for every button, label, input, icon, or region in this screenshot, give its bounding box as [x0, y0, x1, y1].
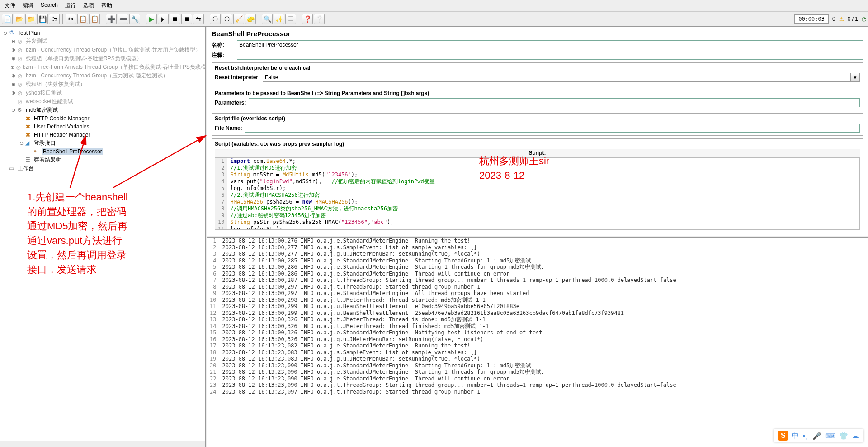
- tree-item-8[interactable]: ⊖md5加密测试: [0, 106, 205, 114]
- editor-title: BeanShell PreProcessor: [212, 30, 863, 38]
- stop-button[interactable]: ⏹: [170, 14, 180, 24]
- spinner-icon: ◔: [862, 16, 866, 22]
- menu-编辑[interactable]: 编辑: [20, 1, 36, 10]
- sogou-btn-0[interactable]: 中: [792, 431, 799, 441]
- folder-open-2-button[interactable]: 📁: [25, 14, 36, 24]
- tree-toggle[interactable]: ⊕: [10, 56, 16, 62]
- clear-button[interactable]: 🧹: [233, 14, 244, 24]
- file-label: File Name:: [215, 125, 242, 131]
- test-plan-tree-panel: ⊖Test Plan⊖并发测试⊕bzm - Concurrency Thread…: [0, 27, 206, 447]
- tree-toggle[interactable]: ⊖: [2, 30, 8, 36]
- script-editor[interactable]: 1 2 3 4 5 6 7 8 9 10 11 12 13 import com…: [215, 157, 860, 230]
- bean-icon: [33, 148, 41, 155]
- tree-item-11[interactable]: HTTP Header Manager: [0, 131, 205, 139]
- tree-item-5[interactable]: ⊕线程组（失效恢复测试）: [0, 80, 205, 89]
- tree-label: bzm - Free-Form Arrivals Thread Group（单接…: [23, 63, 206, 71]
- folder-open-1-button[interactable]: 📂: [14, 14, 24, 24]
- broom-button[interactable]: 🧽: [245, 14, 256, 24]
- tree-item-6[interactable]: ⊕yshop接口测试: [0, 89, 205, 97]
- code-body[interactable]: import com.Base64.*; //1.测试通过MD5进行加密 Str…: [227, 158, 437, 229]
- play-keep-button[interactable]: ⏵: [158, 14, 169, 24]
- tree-item-12[interactable]: ⊖登录接口: [0, 139, 205, 147]
- tree-toggle[interactable]: ⊕: [10, 81, 16, 87]
- script-fieldset: Script (variables: ctx vars props prev s…: [212, 138, 863, 233]
- tree-toggle[interactable]: ⊕: [10, 73, 16, 79]
- tree-item-1[interactable]: ⊕bzm - Concurrency Thread Group（单接口负载测试-…: [0, 46, 205, 54]
- tree-toggle[interactable]: ⊖: [19, 140, 24, 146]
- sogou-ime-bar[interactable]: S中•ˎ🎤⌨👕☁: [774, 429, 863, 442]
- tree-item-14[interactable]: 察看结果树: [0, 156, 205, 164]
- scriptfile-fieldset: Script file (overrides script) File Name…: [212, 113, 863, 136]
- sogou-btn-1[interactable]: •ˎ: [802, 432, 809, 440]
- tree-toggle[interactable]: ⊕: [10, 90, 16, 96]
- sogou-logo-icon[interactable]: S: [778, 431, 788, 441]
- tree-label: 登录接口: [34, 139, 56, 147]
- sogou-btn-3[interactable]: ⌨: [825, 432, 835, 440]
- tree-item-0[interactable]: ⊖并发测试: [0, 37, 205, 46]
- filename-input[interactable]: [245, 124, 860, 133]
- menu-运行[interactable]: 运行: [62, 1, 79, 10]
- tree-label: websocket性能测试: [26, 98, 73, 105]
- flask-icon: [9, 29, 16, 37]
- copy-button[interactable]: 📋: [77, 14, 88, 24]
- log-panel[interactable]: 1 2 3 4 5 6 7 8 9 10 11 12 13 14 15 16 1…: [207, 237, 868, 447]
- clip-icon: [9, 165, 16, 172]
- tree-item-9[interactable]: HTTP Cookie Manager: [0, 114, 205, 123]
- play-button[interactable]: ▶: [146, 14, 157, 24]
- tree-toggle[interactable]: ⊕: [10, 47, 16, 53]
- parameters-input[interactable]: [249, 98, 860, 107]
- tree-item-10[interactable]: User Defined Variables: [0, 123, 205, 131]
- tree-root-testplan[interactable]: ⊖Test Plan: [0, 29, 205, 37]
- magic-button[interactable]: ✨: [274, 14, 284, 24]
- tree-label: yshop接口测试: [26, 89, 62, 97]
- tree-workbench[interactable]: 工作台: [0, 164, 205, 173]
- tree-label: Test Plan: [18, 30, 40, 36]
- comment-label: 注释:: [212, 52, 237, 59]
- sogou-btn-2[interactable]: 🎤: [812, 432, 821, 440]
- save-button[interactable]: 💾: [37, 14, 48, 24]
- menu-帮助[interactable]: 帮助: [99, 1, 115, 10]
- tree-item-4[interactable]: ⊕bzm - Concurrency Thread Group（压力测试-稳定性…: [0, 71, 205, 80]
- tree-label: 工作台: [18, 165, 34, 172]
- tree-item-13[interactable]: BeanShell PreProcessor: [0, 147, 205, 156]
- tree-toggle[interactable]: ⊕: [10, 64, 14, 70]
- help-icon-button[interactable]: ❓: [302, 14, 313, 24]
- tree-icon: [25, 157, 33, 164]
- tree-item-3[interactable]: ⊕bzm - Free-Form Arrivals Thread Group（单…: [0, 63, 205, 71]
- parameters-fieldset: Parameters to be passed to BeanShell (=>…: [212, 88, 863, 110]
- plus-button[interactable]: ➕: [106, 14, 117, 24]
- save-template-button[interactable]: 🗂: [49, 14, 60, 24]
- reset-interpreter-dropdown[interactable]: ▼: [851, 73, 860, 82]
- tree-label: 线程组（单接口负载测试-吞吐量RPS负载模型）: [26, 55, 142, 62]
- menu-选项[interactable]: 选项: [80, 1, 97, 10]
- search-button[interactable]: 🔍: [262, 14, 273, 24]
- name-input[interactable]: [237, 40, 863, 49]
- tree-toggle[interactable]: ⊖: [10, 107, 16, 113]
- tree-item-7[interactable]: websocket性能测试: [0, 97, 205, 106]
- tree-toggle[interactable]: ⊖: [10, 38, 16, 44]
- stop-shutdown-button[interactable]: ⏹: [181, 14, 192, 24]
- paste-button[interactable]: 📋: [89, 14, 100, 24]
- fn2-button[interactable]: ⎔: [222, 14, 232, 24]
- minus-button[interactable]: ➖: [118, 14, 128, 24]
- comment-input[interactable]: [237, 51, 863, 60]
- sogou-btn-4[interactable]: 👕: [839, 432, 848, 440]
- wrench-button[interactable]: 🔧: [129, 14, 140, 24]
- cut-button[interactable]: ✂: [66, 14, 76, 24]
- tree-item-2[interactable]: ⊕线程组（单接口负载测试-吞吐量RPS负载模型）: [0, 54, 205, 63]
- reset-interpreter-combo[interactable]: [263, 73, 851, 82]
- off-icon: [17, 72, 24, 80]
- tree-label: 线程组（失效恢复测试）: [26, 81, 85, 88]
- file-new-button[interactable]: 📄: [2, 14, 13, 24]
- toggle-button[interactable]: ⇆: [193, 14, 204, 24]
- help-2-button[interactable]: ❔: [314, 14, 325, 24]
- name-label: 名称:: [212, 41, 237, 49]
- tree-scrollbar[interactable]: [0, 441, 205, 447]
- sogou-btn-5[interactable]: ☁: [852, 432, 859, 440]
- list-props-button[interactable]: ☰: [285, 14, 296, 24]
- menu-search[interactable]: Search: [38, 1, 61, 10]
- reset-label: Reset Interpreter:: [215, 74, 260, 81]
- fn1-button[interactable]: ⎔: [210, 14, 221, 24]
- x-icon: [25, 123, 33, 130]
- menu-文件[interactable]: 文件: [2, 1, 18, 10]
